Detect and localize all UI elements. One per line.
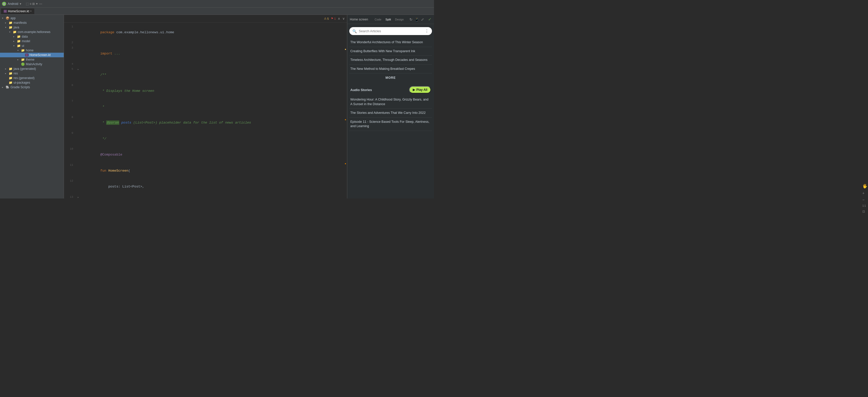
title-bar: 🤖 Android ▾ ⬚ ≡ ⊞ ✦ — bbox=[0, 0, 434, 8]
sidebar-item-data[interactable]: ▸ 📁 data bbox=[0, 34, 64, 39]
article-item[interactable]: The New Method to Making Breakfast Crepe… bbox=[349, 65, 432, 74]
audio-stories-header: Audio Stories ▶ Play All bbox=[349, 84, 432, 95]
sidebar-item-homescreen-kt[interactable]: kt HomeScreen.kt bbox=[0, 53, 64, 57]
tab-bar: kt HomeScreen.kt × bbox=[0, 8, 434, 15]
code-line: 2 bbox=[64, 40, 347, 46]
line-number: 11 bbox=[66, 163, 76, 168]
audio-story-item[interactable]: Wondering Hour: A Childhood Story, Grizz… bbox=[349, 95, 432, 109]
sidebar-item-label: java bbox=[13, 26, 19, 29]
sidebar-item-theme[interactable]: ▸ 📁 theme bbox=[0, 57, 64, 62]
play-all-button[interactable]: ▶ Play All bbox=[409, 86, 431, 93]
expand-icon[interactable]: ⤢ bbox=[421, 18, 424, 22]
warning-badge: ⚠ 5 bbox=[324, 17, 329, 20]
sidebar-item-label: theme bbox=[26, 58, 34, 61]
line-number: 13 bbox=[66, 195, 76, 199]
article-item[interactable]: Timeless Architecture, Through Decades a… bbox=[349, 56, 432, 65]
code-text: * @param posts (List<Post>) placeholder … bbox=[80, 115, 345, 131]
sync-icon[interactable]: ↻ bbox=[409, 18, 412, 22]
code-text: @Composable bbox=[80, 147, 345, 163]
articles-list: The Wonderful Architectures of This Wint… bbox=[349, 38, 432, 73]
folder-icon: 📁 bbox=[9, 76, 12, 80]
line-number: 9 bbox=[66, 131, 76, 136]
sidebar-item-model[interactable]: ▸ 📁 model bbox=[0, 39, 64, 43]
code-mode-button[interactable]: Code bbox=[373, 18, 383, 22]
gradle-icon: 🐘 bbox=[6, 86, 9, 89]
code-editor: ⚠ 5 ⚑ 1 ∧ ∨ 1 package com.example.hellon… bbox=[64, 15, 347, 199]
chevron-icon: ▾ bbox=[9, 31, 12, 33]
audio-story-title: The Stories and Adventures That We Carry… bbox=[350, 111, 426, 114]
code-text: */ bbox=[80, 131, 345, 147]
code-line: 5 ▸ /** bbox=[64, 67, 347, 83]
code-segment: posts: List<Post>, bbox=[100, 185, 144, 189]
up-arrow-icon[interactable]: ∧ bbox=[338, 16, 340, 21]
article-title: Creating Butterflies With New Transparen… bbox=[350, 49, 415, 53]
search-input[interactable] bbox=[359, 29, 423, 33]
code-line: 9 */ bbox=[64, 131, 347, 147]
code-line: 3 import ... bbox=[64, 46, 347, 62]
sidebar-item-java[interactable]: ▾ 📁 java bbox=[0, 25, 64, 30]
sidebar-item-mainactivity[interactable]: 🟢 MainActivity bbox=[0, 62, 64, 67]
folder-icon: 📁 bbox=[9, 81, 12, 85]
chevron-icon: ▾ bbox=[13, 44, 16, 47]
sidebar-item-manifests[interactable]: ▸ 📁 manifests bbox=[0, 21, 64, 25]
sidebar-item-java-generated[interactable]: ▸ 📁 java (generated) bbox=[0, 67, 64, 71]
audio-story-item[interactable]: The Stories and Adventures That We Carry… bbox=[349, 109, 432, 118]
dropdown-arrow[interactable]: ▾ bbox=[20, 2, 21, 6]
sidebar-item-res-generated[interactable]: 📁 res (generated) bbox=[0, 76, 64, 80]
tab-close-button[interactable]: × bbox=[30, 10, 32, 12]
folder-icon: 📁 bbox=[21, 48, 25, 52]
warning-count: 5 bbox=[327, 17, 329, 20]
panel-toolbar: Home screen Code Split Design ↻ 📱 ⤢ ✓ bbox=[347, 15, 434, 24]
sidebar-item-label: java (generated) bbox=[13, 67, 36, 71]
audio-story-item[interactable]: Episode 11 - Science Based Tools For Sle… bbox=[349, 118, 432, 131]
audio-story-title: Episode 11 - Science Based Tools For Sle… bbox=[350, 120, 429, 128]
line-number: 1 bbox=[66, 25, 76, 29]
line-number: 8 bbox=[66, 115, 76, 120]
sidebar-item-home[interactable]: ▾ 📁 home bbox=[0, 48, 64, 53]
design-mode-button[interactable]: Design bbox=[394, 18, 405, 22]
line-number: 6 bbox=[66, 83, 76, 88]
folder-icon: 📁 bbox=[9, 67, 12, 71]
code-segment: * Displays the Home screen bbox=[100, 89, 154, 93]
search-options-icon[interactable]: ⋮ bbox=[425, 29, 429, 34]
tab-homescreen[interactable]: kt HomeScreen.kt × bbox=[1, 8, 34, 14]
audio-story-title: Wondering Hour: A Childhood Story, Grizz… bbox=[350, 98, 428, 106]
view-mode-buttons: Code Split Design bbox=[373, 18, 405, 22]
sidebar-item-ui-packages[interactable]: 📁 ui-packages bbox=[0, 80, 64, 85]
chevron-icon: ▸ bbox=[5, 68, 8, 70]
os-label: Android bbox=[8, 2, 18, 6]
warning-icon: ⚠ bbox=[324, 17, 327, 20]
chevron-icon bbox=[18, 63, 20, 65]
sidebar-item-label: res (generated) bbox=[13, 76, 35, 80]
down-arrow-icon[interactable]: ∨ bbox=[342, 16, 345, 21]
sidebar-item-package[interactable]: ▾ 📁 com.example.hellonews bbox=[0, 30, 64, 34]
code-segment: /** bbox=[100, 73, 106, 77]
code-text: posts: List<Post>, bbox=[80, 179, 345, 195]
chevron-icon: ▸ bbox=[2, 86, 5, 89]
code-segment: * bbox=[100, 105, 104, 109]
line-number: 12 bbox=[66, 179, 76, 184]
line-number: 4 bbox=[66, 62, 76, 67]
code-line: 6 * Displays the Home screen bbox=[64, 83, 347, 99]
sidebar-item-app[interactable]: ▾ 📦 app bbox=[0, 16, 64, 21]
article-item[interactable]: The Wonderful Architectures of This Wint… bbox=[349, 38, 432, 47]
sidebar-item-label: Gradle Scripts bbox=[10, 86, 30, 89]
search-icon: 🔍 bbox=[352, 29, 357, 33]
sidebar-item-ui[interactable]: ▾ 📁 ui bbox=[0, 43, 64, 48]
code-text: import ... bbox=[80, 46, 345, 62]
chevron-icon: ▾ bbox=[5, 26, 8, 29]
split-mode-button[interactable]: Split bbox=[384, 18, 392, 22]
code-line: 7 * bbox=[64, 99, 347, 115]
device-icon[interactable]: 📱 bbox=[414, 18, 419, 22]
code-segment: (List<Post>) placeholder data for the li… bbox=[131, 121, 251, 125]
chevron-icon: ▸ bbox=[13, 35, 16, 38]
scroll-indicator bbox=[345, 163, 346, 164]
sidebar-item-res[interactable]: ▸ 📁 res bbox=[0, 71, 64, 76]
sidebar-item-label: home bbox=[26, 48, 33, 52]
article-item[interactable]: Creating Butterflies With New Transparen… bbox=[349, 47, 432, 56]
more-button[interactable]: MORE bbox=[349, 73, 432, 82]
panel-title: Home screen bbox=[350, 18, 368, 21]
sidebar-item-gradle-scripts[interactable]: ▸ 🐘 Gradle Scripts bbox=[0, 85, 64, 90]
code-container[interactable]: 1 package com.example.hellonews.ui.home … bbox=[64, 23, 347, 199]
main-icon: 🟢 bbox=[21, 62, 25, 66]
